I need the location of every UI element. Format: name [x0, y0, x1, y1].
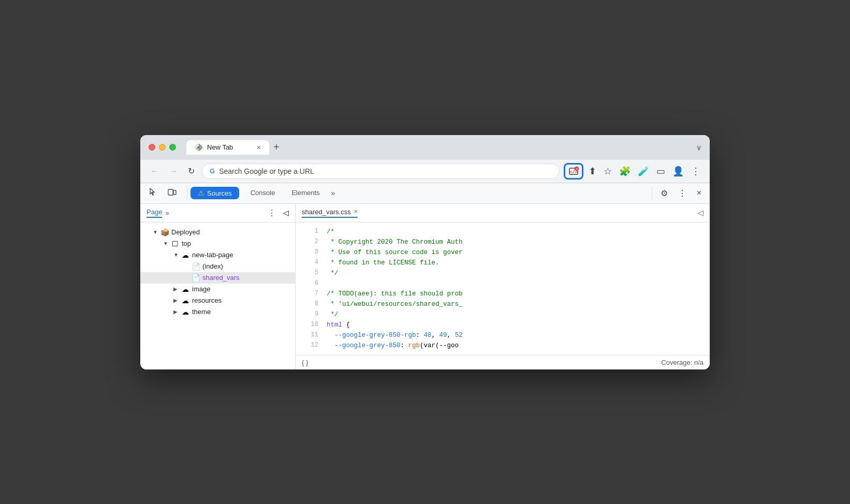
list-item[interactable]: ▼ ☁ new-tab-page	[140, 249, 295, 261]
tab-elements[interactable]: Elements	[283, 185, 328, 202]
bookmark-button[interactable]: ☆	[602, 164, 614, 179]
tab-sources[interactable]: ⚠ Sources	[190, 187, 239, 199]
devtools-tabs: ⚠ Sources Console Elements »	[187, 185, 652, 202]
code-line: 1 /*	[296, 227, 710, 237]
tree-arrow-icon: ▶	[173, 286, 179, 292]
code-panel: shared_vars.css × ◁ 1 /* 2 * Copyright 2…	[296, 204, 710, 369]
svg-point-1	[197, 146, 200, 149]
code-panel-collapse-button[interactable]: ◁	[698, 209, 704, 217]
list-item[interactable]: ▶ ☁ theme	[140, 306, 295, 318]
code-text: * 'ui/webui/resources/shared_vars_	[327, 299, 706, 309]
file-tree-more-tabs[interactable]: »	[165, 209, 169, 217]
google-logo: G	[210, 167, 215, 175]
tab-console[interactable]: Console	[242, 185, 284, 202]
devtools-toolbar-right: ⚙ ⋮ ×	[652, 186, 706, 200]
forward-button[interactable]: →	[166, 165, 181, 178]
devtools-settings-button[interactable]: ⚙	[656, 186, 672, 200]
code-file-tab[interactable]: shared_vars.css ×	[302, 208, 358, 218]
browser-tab[interactable]: New Tab ×	[186, 140, 269, 155]
cloud-icon: ☁	[181, 297, 190, 305]
sidebar-toggle-button[interactable]: ▭	[654, 164, 667, 179]
file-tree-menu-button[interactable]: ⋮	[268, 208, 276, 218]
code-line: 5 */	[296, 268, 710, 278]
list-item[interactable]: ▼ ☐ top	[140, 238, 295, 249]
code-tab-close-button[interactable]: ×	[354, 208, 358, 215]
traffic-lights	[149, 144, 176, 151]
pretty-print-button[interactable]: { }	[302, 359, 308, 366]
image-label: image	[192, 285, 210, 293]
code-header: shared_vars.css × ◁	[296, 204, 710, 223]
code-content[interactable]: 1 /* 2 * Copyright 2020 The Chromium Aut…	[296, 223, 710, 355]
line-number: 1	[300, 227, 318, 236]
sources-tab-label: Sources	[207, 189, 232, 197]
line-number: 10	[300, 320, 318, 330]
code-line: 8 * 'ui/webui/resources/shared_vars_	[296, 299, 710, 309]
nav-actions: </> ✕ ⬆ ☆ 🧩 🧪 ▭ 👤 ⋮	[564, 163, 702, 180]
more-devtools-tabs-button[interactable]: »	[328, 189, 339, 197]
share-button[interactable]: ⬆	[587, 164, 598, 179]
cloud-icon: ☁	[181, 308, 190, 316]
collapse-panel-button[interactable]: ◁	[283, 209, 289, 217]
list-item[interactable]: ▶ 📄 (index)	[140, 261, 295, 272]
svg-rect-6	[168, 189, 173, 195]
line-number: 12	[300, 340, 318, 350]
address-bar[interactable]: G Search Google or type a URL	[202, 164, 560, 179]
code-line: 10 html {	[296, 320, 710, 330]
tabs-row: New Tab × + ∨	[186, 140, 701, 155]
file-tree-header: Page » ⋮ ◁	[140, 204, 295, 223]
code-line: 9 */	[296, 309, 710, 320]
page-tab[interactable]: Page	[146, 208, 162, 218]
line-number: 5	[300, 268, 318, 278]
list-item[interactable]: ▶ ☁ resources	[140, 295, 295, 306]
code-text: * Copyright 2020 The Chromium Auth	[327, 237, 706, 247]
warning-icon: ⚠	[198, 189, 204, 197]
svg-rect-7	[173, 190, 176, 195]
lab-button[interactable]: 🧪	[636, 164, 651, 179]
resources-label: resources	[192, 297, 222, 304]
inspect-element-button[interactable]	[144, 185, 162, 201]
chrome-icon	[195, 143, 203, 152]
code-text	[327, 278, 706, 289]
tab-title: New Tab	[207, 143, 233, 151]
refresh-button[interactable]: ↻	[185, 164, 198, 178]
cursor-icon	[149, 187, 158, 197]
devtools-main: Page » ⋮ ◁ ▼ 📦 Deployed ▼ ☐	[140, 204, 710, 369]
code-text: * Use of this source code is gover	[327, 247, 706, 258]
tree-arrow-icon: ▶	[173, 309, 179, 315]
list-item[interactable]: ▶ 📄 shared_vars	[140, 272, 295, 284]
close-window-button[interactable]	[149, 144, 155, 151]
device-toggle-button[interactable]	[163, 185, 181, 201]
chrome-menu-button[interactable]: ⋮	[689, 164, 702, 179]
list-item[interactable]: ▶ ☁ image	[140, 284, 295, 295]
devtools-close-button[interactable]: ×	[693, 186, 706, 200]
css-file-icon: 📄	[191, 274, 200, 282]
code-line: 2 * Copyright 2020 The Chromium Auth	[296, 237, 710, 247]
nav-bar: ← → ↻ G Search Google or type a URL </> …	[140, 160, 710, 183]
back-button[interactable]: ←	[148, 165, 162, 178]
cloud-icon: ☁	[181, 285, 190, 293]
profile-button[interactable]: 👤	[670, 164, 686, 179]
minimize-window-button[interactable]	[159, 144, 166, 151]
title-bar: New Tab × + ∨ ← → ↻ G Search Google or t…	[140, 135, 710, 183]
devtools-icon: </> ✕	[568, 166, 579, 176]
index-label: (index)	[202, 262, 223, 270]
line-number: 4	[300, 258, 318, 268]
line-number: 11	[300, 330, 318, 340]
code-line: 7 /* TODO(aee): this file should prob	[296, 289, 710, 299]
tree-arrow-icon: ▼	[153, 229, 158, 235]
cloud-icon: ☁	[181, 251, 190, 259]
tree-arrow-icon: ▼	[173, 252, 179, 258]
devtools-more-menu-button[interactable]: ⋮	[674, 186, 691, 200]
code-text: * found in the LICENSE file.	[327, 258, 706, 268]
extensions-button[interactable]: 🧩	[617, 164, 633, 179]
devtools-button[interactable]: </> ✕	[564, 163, 583, 180]
code-line: 6	[296, 278, 710, 289]
list-item[interactable]: ▼ 📦 Deployed	[140, 227, 295, 238]
shared-vars-label: shared_vars	[202, 274, 240, 281]
code-line: 4 * found in the LICENSE file.	[296, 258, 710, 268]
tab-close-button[interactable]: ×	[257, 143, 261, 152]
maximize-window-button[interactable]	[169, 144, 176, 151]
theme-label: theme	[192, 308, 211, 316]
new-tab-button[interactable]: +	[269, 141, 284, 153]
tab-overflow-button[interactable]: ∨	[696, 143, 701, 152]
